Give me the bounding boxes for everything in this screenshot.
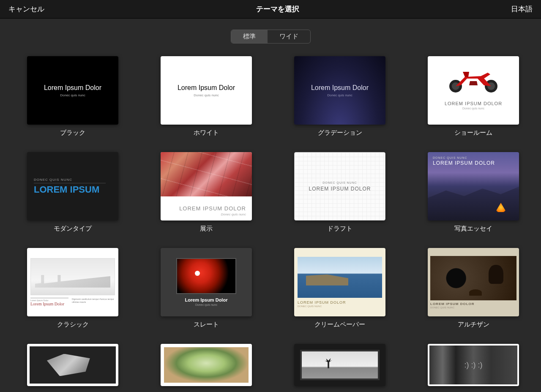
theme-exhibition[interactable]: LOREM IPSUM DOLOR Donec quis nunc 展示 <box>161 152 252 233</box>
placeholder-sub: DONEC QUIS NUNC <box>298 305 382 308</box>
theme-thumbnail: LOREM IPSUM DOLOR DONEC QUIS NUNC <box>428 248 519 316</box>
placeholder-sub: Donec quis nunc <box>60 93 85 97</box>
theme-grid: Lorem Ipsum Dolor Donec quis nunc ブラック L… <box>0 51 541 386</box>
theme-cream-paper[interactable]: LOREM IPSUM DOLOR DONEC QUIS NUNC クリームペー… <box>294 248 385 329</box>
theme-thumbnail: LOREM IPSUM DOLOR Donec quis nunc <box>161 152 252 220</box>
cancel-button[interactable]: キャンセル <box>8 4 44 14</box>
aspect-segmented-wrap: 標準 ワイド <box>0 19 541 51</box>
placeholder-sub: Donec quis nunc <box>221 212 246 216</box>
placeholder-title: LOREM IPSUM DOLOR <box>298 300 382 305</box>
theme-thumbnail <box>428 344 519 386</box>
theme-item[interactable] <box>428 344 519 386</box>
segment-standard[interactable]: 標準 <box>231 30 268 43</box>
theme-showroom[interactable]: LOREM IPSUM DOLOR Donec quis nunc ショールーム <box>428 56 519 137</box>
theme-thumbnail <box>294 344 385 386</box>
theme-label: 展示 <box>200 225 213 233</box>
theme-draft[interactable]: DONEC QUIS NUNC LOREM IPSUM DOLOR ドラフト <box>294 152 385 233</box>
theme-label: 写真エッセイ <box>454 225 492 233</box>
placeholder-title: LOREM IPSUM DOLOR <box>433 160 495 166</box>
theme-label: クラシック <box>57 321 89 329</box>
theme-thumbnail <box>27 344 118 386</box>
language-button[interactable]: 日本語 <box>511 4 533 14</box>
theme-label: ブラック <box>60 129 85 137</box>
theme-label: スレート <box>194 321 219 329</box>
theme-label: ホワイト <box>194 129 219 137</box>
placeholder-sub: DONEC QUIS NUNC <box>430 306 516 309</box>
placeholder-sub: DONEC QUIS NUNC <box>433 156 467 159</box>
theme-thumbnail: DONEC QUIS NUNC LOREM IPSUM DOLOR <box>428 152 519 220</box>
children-graphic <box>429 346 517 384</box>
placeholder-title: Lorem Ipsum Dolor <box>185 297 228 302</box>
pottery-graphic <box>430 256 516 300</box>
theme-gradient[interactable]: Lorem Ipsum Dolor Donec quis nunc グラデーショ… <box>294 56 385 137</box>
ocean-graphic <box>298 257 382 297</box>
theme-black[interactable]: Lorem Ipsum Dolor Donec quis nunc ブラック <box>27 56 118 137</box>
theme-thumbnail: DONEC QUIS NUNC LOREM IPSUM DOLOR <box>294 152 385 220</box>
food-graphic <box>164 347 249 383</box>
trumpet-graphic <box>30 346 116 384</box>
theme-label: ドラフト <box>327 225 352 233</box>
theme-thumbnail: Lorem Ipsum Dolor Donec quis nunc <box>161 248 252 316</box>
theme-slate[interactable]: Lorem Ipsum Dolor Donec quis nunc スレート <box>161 248 252 329</box>
placeholder-tiny: Lorem Ipsum Dolor <box>30 298 68 302</box>
theme-item[interactable] <box>27 344 118 386</box>
tree-graphic <box>300 350 380 380</box>
parrot-graphic <box>176 258 236 294</box>
theme-classic[interactable]: Lorem Ipsum Dolor Lorem Ipsum Dolor Dign… <box>27 248 118 329</box>
page-title: テーマを選択 <box>256 4 299 14</box>
theme-label: モダンタイプ <box>54 225 92 233</box>
theme-thumbnail: Lorem Ipsum Dolor Lorem Ipsum Dolor Dign… <box>27 248 118 316</box>
theme-label: グラデーション <box>318 129 362 137</box>
abstract-graphic <box>161 152 252 196</box>
placeholder-title: Lorem Ipsum Dolor <box>44 84 101 92</box>
theme-thumbnail: DONEC QUIS NUNC LOREM IPSUM <box>27 152 118 220</box>
placeholder-sub: Donec quis nunc <box>195 303 217 306</box>
placeholder-title: Lorem Ipsum Dolor <box>30 302 68 306</box>
placeholder-sub: Donec quis nunc <box>462 107 484 110</box>
placeholder-sub: Donec quis nunc <box>327 93 352 97</box>
placeholder-sub: DONEC QUIS NUNC <box>34 178 106 183</box>
placeholder-title: Lorem Ipsum Dolor <box>311 84 369 92</box>
placeholder-sub: Donec quis nunc <box>194 93 219 97</box>
segment-wide[interactable]: ワイド <box>268 30 310 43</box>
theme-thumbnail: Lorem Ipsum Dolor Donec quis nunc <box>161 56 252 125</box>
placeholder-body: Dignissim vestibulum tempor rhoncus temp… <box>72 298 115 306</box>
theme-thumbnail: LOREM IPSUM DOLOR DONEC QUIS NUNC <box>294 248 385 316</box>
placeholder-sub: DONEC QUIS NUNC <box>322 181 357 184</box>
theme-photo-essay[interactable]: DONEC QUIS NUNC LOREM IPSUM DOLOR 写真エッセイ <box>428 152 519 233</box>
theme-white[interactable]: Lorem Ipsum Dolor Donec quis nunc ホワイト <box>161 56 252 137</box>
theme-item[interactable] <box>161 344 252 386</box>
placeholder-title: LOREM IPSUM DOLOR <box>430 302 516 306</box>
theme-thumbnail <box>161 344 252 386</box>
theme-modern-type[interactable]: DONEC QUIS NUNC LOREM IPSUM モダンタイプ <box>27 152 118 233</box>
header-bar: キャンセル テーマを選択 日本語 <box>0 0 541 19</box>
theme-item[interactable] <box>294 344 385 386</box>
motorcycle-graphic <box>432 60 514 98</box>
placeholder-title: Lorem Ipsum Dolor <box>178 84 235 92</box>
bridge-graphic <box>30 258 115 295</box>
theme-thumbnail: Lorem Ipsum Dolor Donec quis nunc <box>27 56 118 125</box>
placeholder-title: LOREM IPSUM <box>34 184 99 195</box>
aspect-segmented-control: 標準 ワイド <box>231 30 311 44</box>
placeholder-title: LOREM IPSUM DOLOR <box>309 186 371 192</box>
theme-label: ショールーム <box>454 129 492 137</box>
theme-label: クリームペーパー <box>314 321 365 329</box>
theme-artisan[interactable]: LOREM IPSUM DOLOR DONEC QUIS NUNC アルチザン <box>428 248 519 329</box>
theme-thumbnail: Lorem Ipsum Dolor Donec quis nunc <box>294 56 385 125</box>
theme-thumbnail: LOREM IPSUM DOLOR Donec quis nunc <box>428 56 519 125</box>
placeholder-title: LOREM IPSUM DOLOR <box>445 101 502 106</box>
theme-label: アルチザン <box>458 321 489 329</box>
placeholder-title: LOREM IPSUM DOLOR <box>179 205 246 212</box>
